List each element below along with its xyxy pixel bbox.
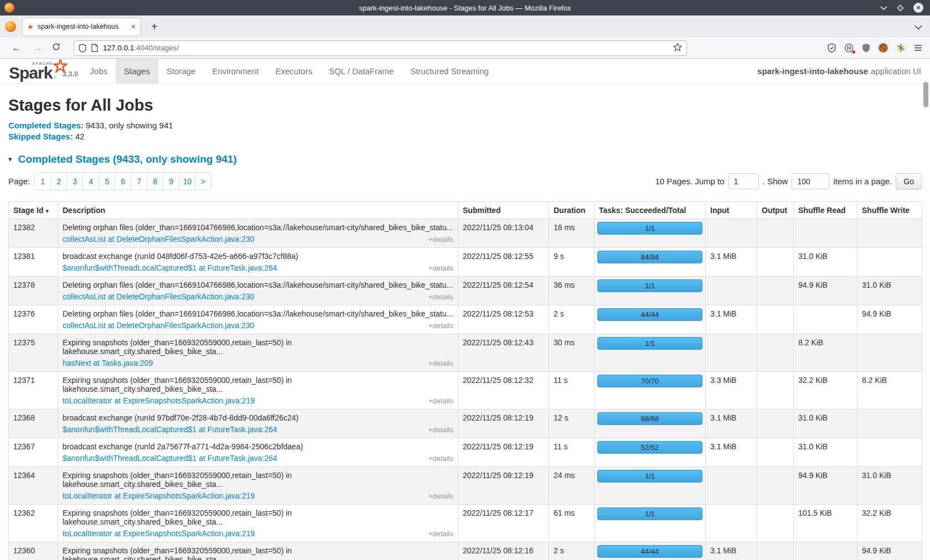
column-header-stage-id[interactable]: Stage Id▾ — [9, 202, 58, 219]
column-header-duration[interactable]: Duration — [549, 202, 595, 219]
page-button-9[interactable]: 9 — [163, 172, 179, 190]
show-label: . Show — [763, 177, 788, 186]
items-per-page-input[interactable] — [792, 173, 829, 189]
stage-description: broadcast exchange (runId 2a75677f-a771-… — [63, 442, 453, 451]
input-cell — [706, 505, 757, 542]
mask-extension-icon[interactable] — [844, 43, 854, 53]
tab-title: spark-ingest-into-lakehous — [38, 23, 128, 30]
tasks-progress-bar: 44/44 — [597, 545, 702, 558]
submitted-cell: 2022/11/25 08:12:43 — [458, 334, 549, 372]
list-all-tabs-icon[interactable] — [914, 22, 922, 32]
jump-to-page-input[interactable] — [728, 173, 759, 189]
stage-detail-link[interactable]: $anonfun$withThreadLocalCaptured$1 at Fu… — [63, 454, 277, 463]
column-header-input[interactable]: Input — [706, 202, 757, 219]
stage-description: Expiring snapshots (older_than=166932055… — [63, 376, 453, 393]
stage-detail-link[interactable]: toLocalIterator at ExpireSnapshotsSparkA… — [63, 396, 255, 405]
skipped-stages-summary: Skipped Stages: 42 — [8, 131, 922, 142]
shuffle-read-cell — [794, 219, 857, 248]
stage-detail-link[interactable]: collectAsList at DeleteOrphanFilesSparkA… — [63, 235, 254, 243]
details-toggle[interactable]: +details — [428, 235, 453, 243]
ublock-shield-icon[interactable] — [862, 43, 870, 53]
pages-info: 10 Pages. Jump to — [655, 177, 724, 186]
shield-check-extension-icon[interactable] — [828, 43, 836, 53]
column-header-shuffle-write[interactable]: Shuffle Write — [857, 202, 922, 219]
page-button-1[interactable]: 1 — [34, 172, 51, 190]
apache-label: APACHE — [32, 61, 53, 65]
menu-hamburger-icon[interactable] — [914, 44, 922, 51]
details-toggle[interactable]: +details — [428, 530, 453, 538]
nav-tab-stages[interactable]: Stages — [116, 59, 158, 84]
nav-tab-environment[interactable]: Environment — [204, 59, 267, 84]
details-toggle[interactable]: +details — [428, 293, 453, 301]
spark-logo: APACHE Spark ™ 3.3.0 — [0, 59, 81, 84]
stage-detail-link[interactable]: toLocalIterator at ExpireSnapshotsSparkA… — [63, 529, 255, 538]
page-button-10[interactable]: 10 — [179, 172, 195, 190]
go-button[interactable]: Go — [896, 173, 922, 190]
page-button-8[interactable]: 8 — [147, 172, 163, 190]
page-button-2[interactable]: 2 — [50, 172, 67, 190]
output-cell — [757, 248, 794, 277]
forward-icon[interactable]: → — [27, 43, 49, 54]
stage-id-cell: 12378 — [9, 277, 58, 305]
stage-detail-link[interactable]: toLocalIterator at ExpireSnapshotsSparkA… — [63, 491, 255, 500]
back-icon[interactable]: ← — [6, 43, 27, 54]
column-header-output[interactable]: Output — [757, 202, 794, 219]
page-button-5[interactable]: 5 — [99, 172, 115, 190]
nav-tab-structured-streaming[interactable]: Structured Streaming — [402, 59, 497, 84]
spark-star-icon — [53, 59, 68, 76]
page-button-3[interactable]: 3 — [66, 172, 83, 190]
minimize-icon[interactable] — [880, 6, 887, 11]
shuffle-read-cell — [794, 542, 857, 560]
colorful-asterisk-extension-icon[interactable] — [896, 43, 906, 53]
reload-icon[interactable] — [49, 43, 66, 53]
page-button-7[interactable]: 7 — [131, 172, 147, 190]
details-toggle[interactable]: +details — [428, 264, 453, 272]
browser-tab[interactable]: ★ spark-ingest-into-lakehous × — [23, 18, 140, 35]
description-cell: Expiring snapshots (older_than=166932055… — [58, 505, 458, 542]
shuffle-read-cell — [794, 305, 857, 334]
cookie-extension-icon[interactable] — [879, 43, 888, 53]
close-window-icon[interactable]: × — [913, 3, 923, 13]
duration-cell: 9 s — [549, 248, 595, 277]
stage-detail-link[interactable]: hasNext at Tasks.java:209 — [63, 359, 153, 367]
shuffle-read-cell: 101.5 KiB — [794, 505, 857, 542]
column-header-tasks-succeeded-total[interactable]: Tasks: Succeeded/Total — [595, 202, 706, 219]
details-toggle[interactable]: +details — [428, 397, 453, 405]
output-cell — [757, 505, 794, 542]
stage-detail-link[interactable]: collectAsList at DeleteOrphanFilesSparkA… — [63, 321, 254, 330]
details-toggle[interactable]: +details — [428, 426, 453, 434]
column-header-shuffle-read[interactable]: Shuffle Read — [794, 202, 857, 219]
tracking-shield-icon[interactable] — [79, 44, 86, 53]
nav-tab-jobs[interactable]: Jobs — [81, 59, 116, 84]
details-toggle[interactable]: +details — [428, 454, 453, 463]
details-toggle[interactable]: +details — [428, 359, 453, 367]
vertical-scrollbar-thumb[interactable] — [923, 82, 928, 107]
page-button-6[interactable]: 6 — [115, 172, 131, 190]
url-bar[interactable]: 127.0.0.1:4040/stages/ — [74, 40, 687, 56]
stage-detail-link[interactable]: $anonfun$withThreadLocalCaptured$1 at Fu… — [63, 263, 277, 272]
stage-detail-link[interactable]: collectAsList at DeleteOrphanFilesSparkA… — [63, 292, 254, 301]
page-info-icon[interactable] — [91, 44, 98, 52]
tasks-progress-bar: 1/1 — [597, 470, 702, 483]
page-button-next[interactable]: > — [195, 172, 211, 190]
nav-tab-sql-dataframe[interactable]: SQL / DataFrame — [321, 59, 402, 84]
output-cell — [757, 372, 794, 409]
nav-tab-executors[interactable]: Executors — [267, 59, 321, 84]
nav-tab-storage[interactable]: Storage — [158, 59, 204, 84]
page-button-4[interactable]: 4 — [82, 172, 99, 190]
column-header-description[interactable]: Description — [58, 202, 458, 219]
details-toggle[interactable]: +details — [428, 492, 453, 500]
stages-table: Stage Id▾DescriptionSubmittedDurationTas… — [8, 201, 922, 560]
tab-close-icon[interactable]: × — [131, 22, 136, 31]
stage-detail-link[interactable]: $anonfun$withThreadLocalCaptured$1 at Fu… — [63, 425, 277, 434]
output-cell — [757, 467, 794, 505]
bookmark-star-icon[interactable] — [673, 43, 682, 54]
details-toggle[interactable]: +details — [428, 322, 453, 330]
maximize-icon[interactable] — [897, 4, 904, 12]
column-header-submitted[interactable]: Submitted — [458, 202, 549, 219]
tasks-cell: 44/44 — [595, 305, 706, 334]
completed-stages-section-header[interactable]: ▾ Completed Stages (9433, only showing 9… — [8, 153, 922, 165]
new-tab-button[interactable]: + — [148, 20, 161, 33]
tasks-cell: 1/1 — [595, 219, 706, 248]
submitted-cell: 2022/11/25 08:13:04 — [458, 219, 549, 248]
